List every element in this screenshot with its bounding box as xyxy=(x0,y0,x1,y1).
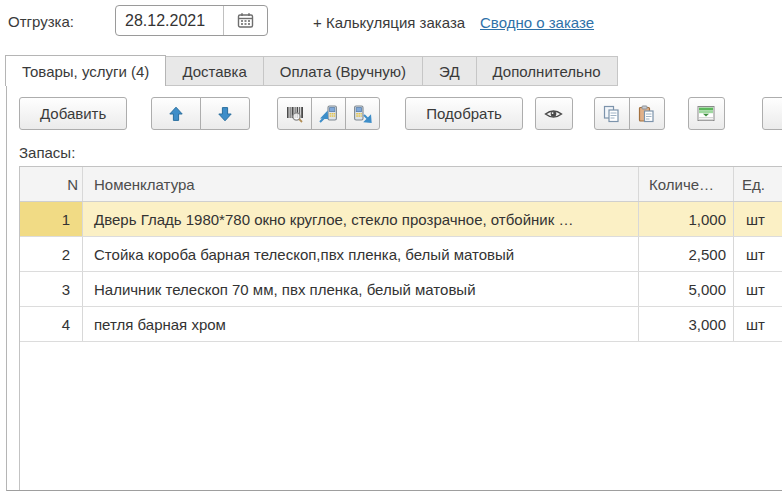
row-unit: шт xyxy=(734,307,782,341)
barcode-search-button[interactable] xyxy=(277,97,312,130)
row-nomenclature: Стойка короба барная телескоп,пвх пленка… xyxy=(83,237,639,271)
column-header-quantity[interactable]: Количе… xyxy=(639,167,734,201)
calendar-button[interactable] xyxy=(223,6,267,35)
clipboard-buttons-group xyxy=(594,97,665,130)
eye-icon xyxy=(544,107,563,121)
shipment-date-value[interactable]: 28.12.2021 xyxy=(116,12,223,30)
calendar-icon xyxy=(237,12,254,29)
pick-button[interactable]: Подобрать xyxy=(405,97,523,130)
table-row[interactable]: 3 Наличник телескоп 70 мм, пвх пленка, б… xyxy=(20,272,782,307)
inventory-table: N Номенклатура Количе… Ед. 1 Дверь Гладь… xyxy=(19,166,782,490)
barcode-search-icon xyxy=(286,105,304,123)
row-unit: шт xyxy=(734,272,782,306)
stock-section-label: Запасы: xyxy=(19,144,75,161)
terminal-load-button[interactable] xyxy=(311,97,346,130)
tab-payment[interactable]: Оплата (Вручную) xyxy=(263,56,423,86)
row-nomenclature: петля барная хром xyxy=(83,307,639,341)
shipment-label: Отгрузка: xyxy=(8,13,74,30)
table-row[interactable]: 1 Дверь Гладь 1980*780 окно круглое, сте… xyxy=(20,202,782,237)
order-calculation-label[interactable]: + Калькуляция заказа xyxy=(313,14,465,31)
column-header-n[interactable]: N xyxy=(20,167,83,201)
row-quantity: 1,000 xyxy=(639,202,734,236)
tab-additional[interactable]: Дополнительно xyxy=(476,56,618,86)
column-header-unit[interactable]: Ед. xyxy=(734,167,782,201)
terminal-load-icon xyxy=(319,105,338,123)
tab-delivery[interactable]: Доставка xyxy=(165,56,263,86)
row-nomenclature: Наличник телескоп 70 мм, пвх пленка, бел… xyxy=(83,272,639,306)
paste-button[interactable] xyxy=(629,97,665,130)
paste-icon xyxy=(638,105,655,123)
goods-services-panel: Добавить xyxy=(6,86,782,491)
table-row[interactable]: 4 петля барная хром 3,000 шт xyxy=(20,307,782,342)
scanner-buttons-group xyxy=(277,97,380,130)
move-buttons-group xyxy=(151,97,250,130)
row-number: 1 xyxy=(20,202,83,236)
terminal-unload-icon xyxy=(353,105,372,123)
move-up-button[interactable] xyxy=(151,97,201,130)
row-quantity: 2,500 xyxy=(639,237,734,271)
table-settings-icon xyxy=(697,105,715,122)
inventory-toolbar: Добавить xyxy=(19,97,782,130)
edit-button[interactable]: Изм xyxy=(762,97,782,130)
copy-button[interactable] xyxy=(594,97,630,130)
row-number: 3 xyxy=(20,272,83,306)
row-number: 4 xyxy=(20,307,83,341)
row-number: 2 xyxy=(20,237,83,271)
view-button[interactable] xyxy=(535,97,573,130)
add-button[interactable]: Добавить xyxy=(19,97,127,130)
row-quantity: 5,000 xyxy=(639,272,734,306)
tab-ed[interactable]: ЭД xyxy=(422,56,476,86)
row-unit: шт xyxy=(734,202,782,236)
move-down-button[interactable] xyxy=(200,97,250,130)
tab-goods-services[interactable]: Товары, услуги (4) xyxy=(5,55,166,86)
table-settings-button[interactable] xyxy=(688,97,725,130)
move-down-icon xyxy=(217,106,233,122)
terminal-unload-button[interactable] xyxy=(345,97,380,130)
order-tabs: Товары, услуги (4) Доставка Оплата (Вруч… xyxy=(6,55,618,86)
move-up-icon xyxy=(168,106,184,122)
row-unit: шт xyxy=(734,237,782,271)
order-header-row: Отгрузка: 28.12.2021 + Калькуляция заказ… xyxy=(0,0,782,48)
order-summary-link[interactable]: Сводно о заказе xyxy=(480,14,594,31)
copy-icon xyxy=(603,105,620,123)
table-row[interactable]: 2 Стойка короба барная телескоп,пвх плен… xyxy=(20,237,782,272)
row-nomenclature: Дверь Гладь 1980*780 окно круглое, стекл… xyxy=(83,202,639,236)
row-quantity: 3,000 xyxy=(639,307,734,341)
table-header-row: N Номенклатура Количе… Ед. xyxy=(20,167,782,202)
column-header-nomenclature[interactable]: Номенклатура xyxy=(83,167,639,201)
shipment-date-field[interactable]: 28.12.2021 xyxy=(115,5,268,36)
